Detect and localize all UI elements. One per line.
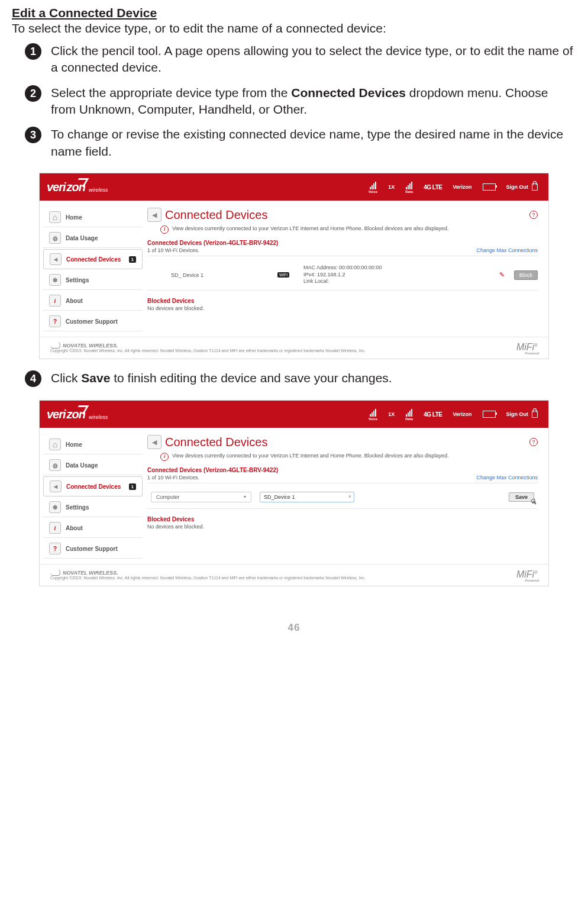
device-name-field[interactable]: SD_Device 1× <box>260 492 354 502</box>
sidebar-item-about[interactable]: About <box>43 518 143 538</box>
lock-icon <box>532 183 538 191</box>
status-1x: 1X <box>388 411 395 417</box>
topbar: verizonwireless Voice 1X Data 4G LTE Ver… <box>40 401 548 428</box>
ipv4-address: IPv4: 192.168.1.2 <box>303 272 499 279</box>
sidebar: Home Data Usage Connected Devices1 Setti… <box>40 201 146 337</box>
cursor-icon: ☟ <box>530 497 538 507</box>
data-label: Data <box>405 190 413 194</box>
topbar: verizonwireless Voice 1X Data 4G LTE Ver… <box>40 173 548 201</box>
logo-veri: veri <box>47 180 66 194</box>
step-2-body: Select the appropriate device type from … <box>51 85 576 118</box>
intro-text: To select the device type, or to edit th… <box>12 21 576 36</box>
settings-icon <box>49 501 61 513</box>
device-name-value: SD_Device 1 <box>264 494 295 500</box>
page-title-text: Connected Devices <box>165 436 267 449</box>
info-icon: i <box>160 453 169 461</box>
step-number-1: 1 <box>25 43 41 60</box>
change-max-connections-link[interactable]: Change Max Connections <box>476 247 538 253</box>
mifi-logo: MiFi®Powered <box>516 342 538 353</box>
step-4-pre: Click <box>51 371 81 385</box>
sidebar-item-home[interactable]: Home <box>43 435 143 454</box>
sign-out-link[interactable]: Sign Out <box>506 411 538 418</box>
title-icon: ◀ <box>147 435 161 449</box>
status-group: Voice 1X Data 4G LTE Verizon Sign Out <box>369 408 538 421</box>
section-title: Edit a Connected Device <box>12 6 576 20</box>
blocked-devices-title: Blocked Devices <box>147 298 538 304</box>
sidebar-data-label: Data Usage <box>66 235 98 241</box>
change-max-connections-link[interactable]: Change Max Connections <box>476 475 538 480</box>
save-button[interactable]: Save☟ <box>509 492 534 502</box>
main-panel: ◀Connected Devices ? iView devices curre… <box>146 201 548 337</box>
sidebar-item-support[interactable]: Customer Support <box>43 539 143 559</box>
sidebar-item-settings[interactable]: Settings <box>43 498 143 517</box>
carrier-label: Verizon <box>453 411 471 417</box>
swoosh-icon <box>50 569 60 576</box>
block-button[interactable]: Block <box>514 270 538 280</box>
novatel-logo: NOVATEL WIRELESS. <box>50 569 366 576</box>
help-icon <box>49 315 61 327</box>
sidebar-item-data-usage[interactable]: Data Usage <box>43 228 143 248</box>
sidebar-item-support[interactable]: Customer Support <box>43 312 143 331</box>
clear-icon[interactable]: × <box>348 494 351 499</box>
info-row: iView devices currently connected to you… <box>160 225 538 234</box>
voice-label: Voice <box>369 417 378 421</box>
sidebar-item-settings[interactable]: Settings <box>43 270 143 290</box>
sidebar-settings-label: Settings <box>66 504 89 511</box>
pencil-icon[interactable]: ✎ <box>499 271 505 279</box>
about-icon <box>49 295 61 307</box>
help-info-icon[interactable]: ? <box>529 438 538 446</box>
sidebar-item-connected-devices[interactable]: Connected Devices1 <box>43 249 143 269</box>
save-button-label: Save <box>515 494 528 500</box>
help-info-icon[interactable]: ? <box>529 211 538 219</box>
footer: NOVATEL WIRELESS. Copyright ©2015. Novat… <box>40 564 548 586</box>
connected-devices-icon <box>50 253 62 265</box>
sidebar-conn-label: Connected Devices <box>66 256 121 263</box>
sidebar-home-label: Home <box>66 441 82 448</box>
page-title-text: Connected Devices <box>165 208 267 222</box>
help-icon <box>49 543 61 554</box>
sidebar-item-home[interactable]: Home <box>43 208 143 227</box>
sign-out-link[interactable]: Sign Out <box>506 183 538 191</box>
device-type-dropdown[interactable]: Computer <box>151 492 251 502</box>
mifi-powered: Powered <box>525 579 539 582</box>
sidebar-about-label: About <box>66 298 83 304</box>
logo-zon: zon <box>67 408 85 421</box>
home-icon <box>49 438 61 450</box>
mifi-text: MiFi <box>516 569 534 579</box>
sidebar-settings-label: Settings <box>66 277 89 283</box>
screenshot-1: verizonwireless Voice 1X Data 4G LTE Ver… <box>39 173 549 359</box>
data-usage-icon <box>49 459 61 471</box>
device-name-label: SD_ Device 1 <box>147 272 277 278</box>
info-icon: i <box>160 225 169 234</box>
sidebar-support-label: Customer Support <box>66 318 118 325</box>
logo-wireless: wireless <box>89 414 108 420</box>
step-list: 1 Click the pencil tool. A page opens al… <box>12 43 576 160</box>
blocked-devices-title: Blocked Devices <box>147 516 538 523</box>
device-row: SD_ Device 1 WiFi MAC Address: 00:00:00:… <box>147 260 538 291</box>
battery-icon <box>483 411 496 418</box>
copyright-text: Copyright ©2015. Novatel Wireless, Inc. … <box>50 576 366 580</box>
mifi-text: MiFi <box>516 342 534 352</box>
wifi-badge: WiFi <box>277 272 289 278</box>
sidebar-item-connected-devices[interactable]: Connected Devices1 <box>43 476 143 496</box>
device-edit-row: Computer SD_Device 1× Save☟ <box>147 487 538 509</box>
blocked-devices-text: No devices are blocked. <box>147 524 538 530</box>
sign-out-label: Sign Out <box>506 411 529 417</box>
sidebar-conn-badge: 1 <box>129 483 136 490</box>
step-number-3: 3 <box>25 127 41 143</box>
connected-devices-subtitle: Connected Devices (Verizon-4GLTE-BRV-942… <box>147 467 538 473</box>
footer: NOVATEL WIRELESS. Copyright ©2015. Novat… <box>40 337 548 359</box>
sign-out-label: Sign Out <box>506 184 529 190</box>
sidebar-conn-badge: 1 <box>129 256 136 263</box>
status-1x: 1X <box>388 184 395 190</box>
novatel-logo: NOVATEL WIRELESS. <box>50 342 366 349</box>
title-icon: ◀ <box>147 208 161 222</box>
sidebar-home-label: Home <box>66 214 82 221</box>
sidebar-item-about[interactable]: About <box>43 291 143 311</box>
blocked-devices-text: No devices are blocked. <box>147 305 538 311</box>
data-usage-icon <box>49 232 61 244</box>
step-4-bold: Save <box>81 371 110 385</box>
verizon-logo: verizonwireless <box>47 180 108 194</box>
status-4g: 4G LTE <box>424 411 442 418</box>
sidebar-item-data-usage[interactable]: Data Usage <box>43 456 143 475</box>
